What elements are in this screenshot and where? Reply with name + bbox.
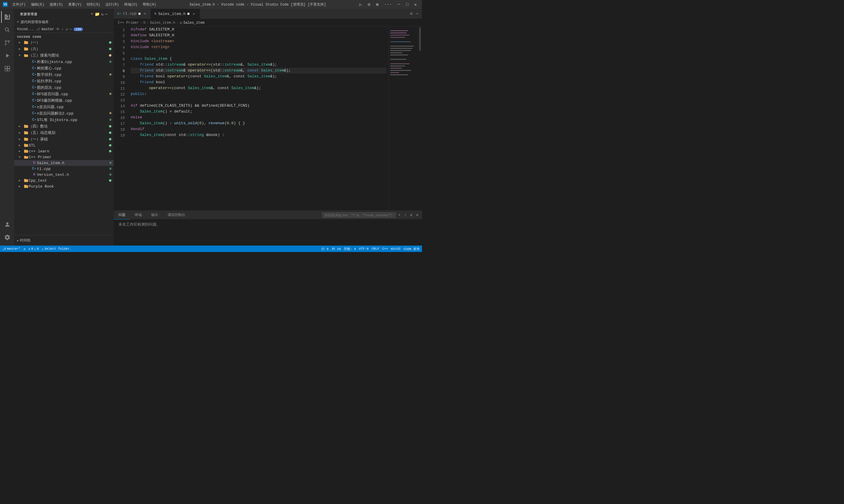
panel-tab-debug[interactable]: 调试控制台 bbox=[163, 211, 190, 219]
maximize-button[interactable]: □ bbox=[403, 2, 411, 7]
list-item[interactable]: ▶ （五）动态规划 bbox=[14, 129, 114, 136]
panel-tab-problems[interactable]: 问题 bbox=[114, 211, 130, 219]
menu-file[interactable]: 文件(F) bbox=[10, 1, 28, 7]
list-item[interactable]: C• DFS遍历树模板.cpp bbox=[14, 97, 114, 104]
breadcrumb-part-2[interactable]: Sales_item.h bbox=[150, 21, 175, 25]
more-button[interactable]: ··· bbox=[382, 2, 394, 7]
menu-run[interactable]: 运行(R) bbox=[103, 1, 121, 7]
list-item[interactable]: C• STL堆 Dijkstra.cpp U bbox=[14, 116, 114, 123]
list-item[interactable]: ▶ Cpp_test bbox=[14, 178, 114, 183]
filter-icon[interactable]: ⚡ bbox=[397, 212, 401, 218]
sync-icon[interactable]: ↺ bbox=[66, 27, 68, 32]
statusbar-encoding[interactable]: UTF-8 bbox=[359, 247, 369, 251]
tab-close-button[interactable]: ✕ bbox=[142, 12, 147, 16]
panel-filter-input[interactable] bbox=[322, 213, 396, 218]
split-button[interactable]: ⊞ bbox=[374, 2, 381, 7]
code-line bbox=[131, 97, 386, 103]
list-item[interactable]: C• 朴素Dijkstra.cpp U bbox=[14, 59, 114, 65]
collapse-icon[interactable]: ⋯ bbox=[105, 12, 108, 17]
menu-select[interactable]: 选择(S) bbox=[47, 1, 65, 7]
list-item[interactable]: ▶ （六） bbox=[14, 46, 114, 52]
statusbar-errors[interactable]: ✕ 0 ⚠ 0 bbox=[29, 247, 39, 251]
breadcrumb-part-3[interactable]: Sales_item bbox=[183, 21, 204, 25]
folder-icon bbox=[23, 178, 29, 183]
list-item[interactable]: ▼ （三）搜索与图论 bbox=[14, 52, 114, 59]
list-item[interactable]: C• t1.cpp U bbox=[14, 166, 114, 172]
list-item[interactable]: C• n皇后问题解法2.cpp M bbox=[14, 110, 114, 116]
list-item[interactable]: ▼ C++ Primer bbox=[14, 154, 114, 160]
tab-t1cpp[interactable]: C• t1.cpp ✕ bbox=[114, 9, 151, 19]
layout-button[interactable]: ⊡ bbox=[365, 2, 373, 7]
activity-git-icon[interactable] bbox=[1, 37, 13, 49]
list-item[interactable]: C• n皇后问题.cpp bbox=[14, 104, 114, 110]
menu-terminal[interactable]: 终端(U) bbox=[122, 1, 140, 7]
minimize-button[interactable]: ─ bbox=[395, 2, 402, 7]
list-item[interactable]: ▶ （一） bbox=[14, 39, 114, 46]
sidebar-title: 资源管理器 bbox=[20, 12, 37, 16]
list-item[interactable]: ▶ Purple Book bbox=[14, 183, 114, 189]
breadcrumb-part-1[interactable]: h bbox=[143, 21, 145, 25]
list-item[interactable]: C• 图的层次.cpp bbox=[14, 84, 114, 91]
panel-tab-output[interactable]: 输出 bbox=[146, 211, 163, 219]
tab-close-button[interactable]: ✕ bbox=[191, 12, 196, 16]
list-item[interactable]: C• 拓扑序列.cpp bbox=[14, 78, 114, 84]
panel-collapse-icon[interactable]: ∧ bbox=[409, 212, 413, 218]
list-item[interactable]: ▶ （四）数论 bbox=[14, 123, 114, 129]
code-token: #ifndef bbox=[131, 27, 147, 33]
close-button[interactable]: ✕ bbox=[412, 2, 419, 7]
more-tabs-button[interactable]: ⋯ bbox=[415, 11, 420, 17]
new-folder-icon[interactable]: 📁 bbox=[95, 12, 100, 17]
statusbar-sync[interactable]: ↺ bbox=[23, 247, 25, 251]
run-button[interactable]: ▷ bbox=[357, 2, 364, 7]
statusbar-language[interactable]: C++ bbox=[382, 247, 388, 251]
list-item[interactable]: ▶ STL bbox=[14, 142, 114, 148]
refresh-icon[interactable]: ↻ bbox=[101, 12, 104, 17]
panel-tabs: 问题 终端 输出 调试控制台 ⚡ ↕ ∧ ✕ bbox=[114, 211, 422, 219]
file-label: n皇后问题解法2.cpp bbox=[37, 111, 109, 116]
cpp-file-icon: C• bbox=[32, 85, 37, 90]
folder-label: （六） bbox=[29, 46, 109, 52]
source-control-label: 源代码管理存储库 bbox=[20, 20, 49, 24]
statusbar-csdn[interactable]: CSDN 发布 bbox=[403, 247, 420, 251]
list-item[interactable]: ▶ （一）基础 bbox=[14, 136, 114, 142]
activity-extensions-icon[interactable] bbox=[1, 63, 13, 74]
statusbar-line-col[interactable]: 行 8，列 29 bbox=[322, 247, 341, 251]
statusbar-branch[interactable]: ⎇ master* bbox=[2, 247, 20, 251]
activity-explorer-icon[interactable] bbox=[1, 11, 13, 23]
split-editor-button[interactable]: ⊡ bbox=[409, 11, 413, 17]
vscode-logo-icon: VS bbox=[3, 2, 7, 7]
activity-search-icon[interactable] bbox=[1, 24, 13, 36]
code-content[interactable]: #ifndef SALESITEM_H #define SALESITEM_H … bbox=[128, 27, 389, 210]
cpp-file-icon: C• bbox=[32, 59, 37, 64]
panel-close-icon[interactable]: ✕ bbox=[415, 212, 420, 218]
activity-settings-icon[interactable] bbox=[1, 232, 13, 243]
menu-help[interactable]: 帮助(H) bbox=[140, 1, 159, 7]
list-item[interactable]: h Version_test.h U bbox=[14, 172, 114, 178]
menu-edit[interactable]: 编辑(E) bbox=[29, 1, 47, 7]
list-item[interactable]: C• 数字排列.cpp M bbox=[14, 72, 114, 78]
list-item[interactable]: C• 树的重心.cpp bbox=[14, 65, 114, 72]
tab-salesitemh[interactable]: h Sales_item.h ✕ bbox=[151, 9, 200, 19]
statusbar-spaces[interactable]: 空格: 4 bbox=[344, 247, 356, 251]
source-control-header[interactable]: ▼ 源代码管理存储库 bbox=[14, 18, 114, 26]
statusbar-os[interactable]: Win32 bbox=[391, 247, 401, 251]
warning-count: 0 bbox=[37, 247, 39, 251]
editor-scrollbar[interactable] bbox=[418, 27, 422, 210]
menu-goto[interactable]: 转到(G) bbox=[84, 1, 103, 7]
menu-view[interactable]: 查看(V) bbox=[66, 1, 84, 7]
statusbar-line-ending[interactable]: CRLF bbox=[372, 247, 379, 251]
breadcrumb-part-0[interactable]: C++ Primer bbox=[118, 21, 139, 25]
list-item[interactable]: h Sales_item.h U bbox=[14, 160, 114, 166]
panel-tab-terminal[interactable]: 终端 bbox=[130, 211, 146, 219]
new-file-icon[interactable]: + bbox=[91, 12, 93, 17]
list-item[interactable]: C• BFS迷宫问题.cpp M bbox=[14, 91, 114, 97]
list-item[interactable]: ▶ c++ learn bbox=[14, 148, 114, 154]
activity-account-icon[interactable] bbox=[1, 219, 13, 230]
timeline-header[interactable]: ▶ 时间线 bbox=[14, 237, 114, 244]
wrap-icon[interactable]: ↕ bbox=[403, 212, 408, 218]
activity-debug-icon[interactable] bbox=[1, 50, 13, 61]
statusbar-select-folder[interactable]: ⚠ Select folder. bbox=[42, 247, 72, 251]
scrollbar-thumb[interactable] bbox=[419, 27, 421, 51]
code-token: ), bbox=[202, 121, 208, 126]
more-actions-icon[interactable]: ⋯ bbox=[69, 27, 72, 32]
